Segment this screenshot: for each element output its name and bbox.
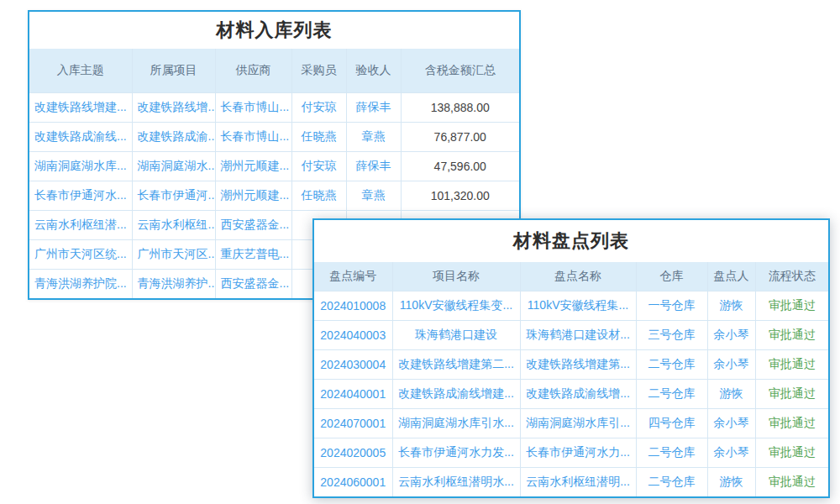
cell-stocktake-id[interactable]: 2024010008 [314,291,392,320]
cell-tax-amount: 101,320.00 [401,181,519,210]
cell-supplier[interactable]: 潮州元顺建... [215,151,291,181]
cell-project-name[interactable]: 长春市伊通河水力发... [392,438,520,467]
stocktake-table-body: 2024010008 110kV安徽线程集变... 110kV安徽线程集... … [314,291,828,496]
cell-inspector[interactable]: 章燕 [346,122,401,151]
cell-project[interactable]: 改建铁路线增... [132,92,215,122]
cell-subject[interactable]: 湖南洞庭湖水库... [29,151,132,181]
cell-flow-status: 审批通过 [755,379,828,408]
cell-project[interactable]: 青海洪湖养护... [132,269,215,298]
cell-stocktake-id[interactable]: 2024070001 [314,408,392,438]
table-row: 2024060001 云南水利枢纽潜明水... 云南水利枢纽潜明... 二号仓库… [314,467,828,496]
header-row: 入库主题 所属项目 供应商 采购员 验收人 含税金额汇总 [29,49,519,92]
cell-subject[interactable]: 改建铁路线增建... [29,92,132,122]
cell-subject[interactable]: 云南水利枢纽潜... [29,210,132,239]
cell-warehouse[interactable]: 二号仓库 [636,438,707,467]
cell-warehouse[interactable]: 二号仓库 [636,349,707,379]
cell-stocktaker[interactable]: 游恢 [707,467,755,496]
table-row: 2024070001 湖南洞庭湖水库引水... 湖南洞庭湖水库引... 四号仓库… [314,408,828,438]
cell-inspector[interactable]: 薛保丰 [346,92,401,122]
table-row: 长春市伊通河水... 长春市伊通河... 潮州元顺建... 任晓燕 章燕 101… [29,181,519,210]
column-header-project: 所属项目 [132,49,215,92]
cell-purchaser[interactable]: 付安琼 [291,92,346,122]
cell-stocktake-name[interactable]: 110kV安徽线程集... [520,291,636,320]
table-row: 2024040001 改建铁路成渝线增建... 改建铁路成渝线增... 二号仓库… [314,379,828,408]
cell-stocktaker[interactable]: 游恢 [707,291,755,320]
cell-project-name[interactable]: 110kV安徽线程集变... [392,291,520,320]
cell-project[interactable]: 云南水利枢纽... [132,210,215,239]
column-header-stocktake-name: 盘点名称 [520,262,636,291]
cell-inspector[interactable]: 薛保丰 [346,151,401,181]
cell-project[interactable]: 湖南洞庭湖水... [132,151,215,181]
cell-stocktake-id[interactable]: 2024040003 [314,320,392,349]
cell-warehouse[interactable]: 二号仓库 [636,467,707,496]
cell-supplier[interactable]: 长春市博山... [215,122,291,151]
cell-stocktake-name[interactable]: 长春市伊通河水力... [520,438,636,467]
cell-tax-amount: 76,877.00 [401,122,519,151]
table-row: 2024020005 长春市伊通河水力发... 长春市伊通河水力... 二号仓库… [314,438,828,467]
cell-subject[interactable]: 长春市伊通河水... [29,181,132,210]
stocktake-table: 盘点编号 项目名称 盘点名称 仓库 盘点人 流程状态 2024010008 11… [314,262,828,496]
column-header-purchaser: 采购员 [291,49,346,92]
cell-purchaser[interactable]: 付安琼 [291,151,346,181]
table-row: 2024040003 珠海鹤港口建设 珠海鹤港口建设材... 三号仓库 余小琴 … [314,320,828,349]
cell-flow-status: 审批通过 [755,320,828,349]
cell-subject[interactable]: 广州市天河区统... [29,239,132,269]
cell-stocktaker[interactable]: 余小琴 [707,438,755,467]
table-row: 改建铁路成渝线... 改建铁路成渝... 长春市博山... 任晓燕 章燕 76,… [29,122,519,151]
cell-project[interactable]: 广州市天河区... [132,239,215,269]
cell-stocktake-name[interactable]: 改建铁路成渝线增... [520,379,636,408]
cell-project[interactable]: 长春市伊通河... [132,181,215,210]
cell-stocktake-name[interactable]: 湖南洞庭湖水库引... [520,408,636,438]
cell-flow-status: 审批通过 [755,349,828,379]
cell-warehouse[interactable]: 四号仓库 [636,408,707,438]
stocktake-table-card: 材料盘点列表 盘点编号 项目名称 盘点名称 仓库 盘点人 流程状态 202401… [312,218,830,498]
cell-stocktaker[interactable]: 余小琴 [707,320,755,349]
column-header-subject: 入库主题 [29,49,132,92]
column-header-inspector: 验收人 [346,49,401,92]
cell-subject[interactable]: 改建铁路成渝线... [29,122,132,151]
cell-flow-status: 审批通过 [755,291,828,320]
cell-purchaser[interactable]: 任晓燕 [291,181,346,210]
cell-tax-amount: 47,596.00 [401,151,519,181]
cell-flow-status: 审批通过 [755,438,828,467]
cell-supplier[interactable]: 西安盛器金... [215,210,291,239]
cell-stocktake-id[interactable]: 2024040001 [314,379,392,408]
cell-project-name[interactable]: 改建铁路成渝线增建... [392,379,520,408]
cell-supplier[interactable]: 重庆艺普电... [215,239,291,269]
table-row: 改建铁路线增建... 改建铁路线增... 长春市博山... 付安琼 薛保丰 13… [29,92,519,122]
cell-stocktake-id[interactable]: 2024060001 [314,467,392,496]
cell-tax-amount: 138,888.00 [401,92,519,122]
cell-warehouse[interactable]: 三号仓库 [636,320,707,349]
cell-warehouse[interactable]: 一号仓库 [636,291,707,320]
cell-stocktake-name[interactable]: 珠海鹤港口建设材... [520,320,636,349]
column-header-stocktake-id: 盘点编号 [314,262,392,291]
cell-stocktaker[interactable]: 游恢 [707,379,755,408]
cell-purchaser[interactable]: 任晓燕 [291,122,346,151]
cell-supplier[interactable]: 潮州元顺建... [215,181,291,210]
cell-stocktake-name[interactable]: 云南水利枢纽潜明... [520,467,636,496]
cell-flow-status: 审批通过 [755,467,828,496]
column-header-warehouse: 仓库 [636,262,707,291]
cell-supplier[interactable]: 西安盛器金... [215,269,291,298]
cell-stocktaker[interactable]: 余小琴 [707,408,755,438]
cell-inspector[interactable]: 章燕 [346,181,401,210]
cell-project-name[interactable]: 湖南洞庭湖水库引水... [392,408,520,438]
table-row: 2024010008 110kV安徽线程集变... 110kV安徽线程集... … [314,291,828,320]
inbound-table-header: 入库主题 所属项目 供应商 采购员 验收人 含税金额汇总 [29,49,519,92]
cell-stocktake-id[interactable]: 2024030004 [314,349,392,379]
cell-project-name[interactable]: 珠海鹤港口建设 [392,320,520,349]
cell-project-name[interactable]: 改建铁路线增建第二... [392,349,520,379]
cell-project[interactable]: 改建铁路成渝... [132,122,215,151]
column-header-project-name: 项目名称 [392,262,520,291]
cell-project-name[interactable]: 云南水利枢纽潜明水... [392,467,520,496]
stocktake-table-title: 材料盘点列表 [314,220,828,262]
cell-stocktake-name[interactable]: 改建铁路线增建第... [520,349,636,379]
page: { "colors": { "border_blue": "#2aa2de", … [0,0,840,504]
cell-stocktake-id[interactable]: 2024020005 [314,438,392,467]
column-header-flow-status: 流程状态 [755,262,828,291]
cell-supplier[interactable]: 长春市博山... [215,92,291,122]
cell-warehouse[interactable]: 二号仓库 [636,379,707,408]
cell-stocktaker[interactable]: 余小琴 [707,349,755,379]
cell-subject[interactable]: 青海洪湖养护院... [29,269,132,298]
column-header-tax-amount: 含税金额汇总 [401,49,519,92]
